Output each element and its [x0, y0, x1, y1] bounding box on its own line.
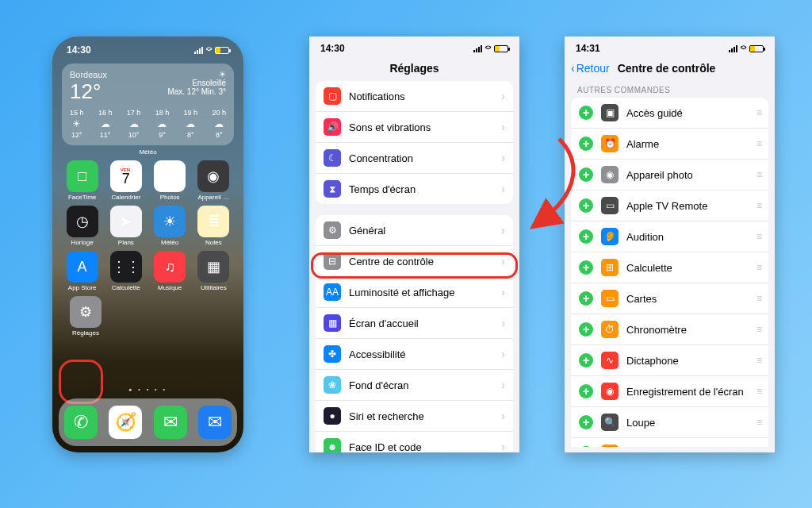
- chevron-right-icon: ›: [501, 410, 505, 422]
- row-label: Dictaphone: [626, 355, 679, 367]
- row-display[interactable]: AA Luminosité et affichage ›: [316, 277, 513, 308]
- app-notes[interactable]: ≣Notes: [197, 206, 229, 246]
- weather-hour: 19 h ☁ 8°: [184, 109, 198, 139]
- row-label: Temps d'écran: [349, 183, 416, 195]
- app-appareil-photo[interactable]: ◉Appareil photo: [197, 160, 229, 201]
- row-magnifier[interactable]: + 🔍 Loupe ≡: [571, 407, 768, 438]
- row-calculator[interactable]: + ⊞ Calculette ≡: [571, 252, 768, 283]
- app-calendrier[interactable]: VEN.7Calendrier: [110, 160, 142, 201]
- add-button[interactable]: +: [579, 322, 593, 337]
- row-accessibility[interactable]: ✤ Accessibilité ›: [316, 339, 513, 370]
- back-button[interactable]: ‹ Retour: [571, 62, 610, 75]
- phone-icon[interactable]: ✆: [64, 406, 98, 439]
- app-photos[interactable]: ✿Photos: [154, 160, 186, 201]
- status-icons: ⌔: [473, 43, 508, 54]
- drag-handle-icon[interactable]: ≡: [756, 200, 760, 211]
- drag-handle-icon[interactable]: ≡: [756, 417, 760, 428]
- add-button[interactable]: +: [579, 291, 593, 306]
- siri-icon: ●: [324, 407, 341, 425]
- row-stopwatch[interactable]: + ⏱ Chronomètre ≡: [571, 314, 768, 345]
- row-screen-record[interactable]: + ◉ Enregistrement de l'écran ≡: [571, 376, 768, 407]
- app-calculette[interactable]: ⋮⋮Calculette: [110, 251, 142, 291]
- add-button[interactable]: +: [579, 167, 593, 182]
- drag-handle-icon[interactable]: ≡: [756, 107, 760, 118]
- chevron-right-icon: ›: [501, 183, 505, 195]
- add-button[interactable]: +: [579, 353, 593, 368]
- row-screentime[interactable]: ⧗ Temps d'écran ›: [316, 174, 513, 204]
- calendar-icon: VEN.7: [110, 160, 142, 192]
- app-horloge[interactable]: ◷Horloge: [67, 206, 98, 246]
- app-label: Notes: [197, 239, 229, 246]
- app-app-store[interactable]: AApp Store: [67, 251, 98, 291]
- app-label: Plans: [110, 239, 142, 246]
- app-r-glages[interactable]: ⚙Réglages: [70, 296, 102, 337]
- app-glyph-icon: ≣: [197, 206, 229, 237]
- app-label: Utilitaires: [197, 284, 229, 291]
- row-focus[interactable]: ☾ Concentration ›: [316, 143, 513, 174]
- app-glyph-icon: ⚙: [70, 296, 102, 328]
- row-label: Accessibilité: [349, 348, 406, 360]
- row-home-screen[interactable]: ▦ Écran d'accueil ›: [316, 308, 513, 339]
- drag-handle-icon[interactable]: ≡: [756, 262, 760, 273]
- chevron-right-icon: ›: [501, 348, 505, 360]
- row-voice-memo[interactable]: + ∿ Dictaphone ≡: [571, 345, 768, 376]
- hearing-icon: 👂: [601, 228, 619, 245]
- row-general[interactable]: ⚙ Général ›: [316, 215, 513, 246]
- weather-hour-icon: ☁: [184, 118, 198, 129]
- row-alarm[interactable]: + ⏰ Alarme ≡: [571, 129, 768, 160]
- messages-icon[interactable]: ✉: [154, 406, 187, 439]
- drag-handle-icon[interactable]: ≡: [756, 169, 760, 180]
- app-glyph-icon: ▦: [197, 251, 229, 283]
- add-button[interactable]: +: [579, 198, 593, 213]
- app-label: Réglages: [70, 329, 102, 337]
- row-timer[interactable]: + ⏲ Minuteur ≡: [571, 438, 768, 447]
- screen-record-icon: ◉: [601, 383, 619, 400]
- weather-widget[interactable]: Bordeaux 12° ☀ Ensoleillé Max. 12° Min. …: [62, 64, 234, 145]
- row-wallet[interactable]: + ▭ Cartes ≡: [571, 283, 768, 314]
- row-label: Loupe: [626, 417, 655, 429]
- alarm-icon: ⏰: [601, 135, 619, 152]
- status-time: 14:30: [67, 44, 91, 56]
- row-hearing[interactable]: + 👂 Audition ≡: [571, 221, 768, 252]
- app-label: Calculette: [110, 284, 142, 291]
- app-glyph-icon: ⋮⋮: [110, 251, 142, 283]
- app-m-t-o[interactable]: ☀Météo: [154, 206, 186, 246]
- add-button[interactable]: +: [579, 229, 593, 244]
- add-button[interactable]: +: [579, 415, 593, 429]
- app-label: Musique: [154, 284, 186, 291]
- row-label: Notifications: [349, 90, 405, 102]
- app-plans[interactable]: ➤Plans: [110, 206, 142, 246]
- row-camera[interactable]: + ◉ Appareil photo ≡: [571, 160, 768, 190]
- battery-icon: [749, 45, 764, 52]
- add-button[interactable]: +: [579, 137, 593, 151]
- drag-handle-icon[interactable]: ≡: [756, 386, 760, 397]
- app-label: Calendrier: [110, 194, 142, 201]
- highlight-settings-app: [59, 360, 103, 404]
- add-button[interactable]: +: [579, 260, 593, 275]
- drag-handle-icon[interactable]: ≡: [756, 355, 760, 366]
- app-utilitaires[interactable]: ▦Utilitaires: [197, 251, 229, 291]
- add-button[interactable]: +: [579, 106, 593, 120]
- mail-icon[interactable]: ✉: [198, 406, 232, 439]
- app-musique[interactable]: ♫Musique: [154, 251, 186, 291]
- weather-hour-icon: ☁: [98, 118, 113, 129]
- row-faceid[interactable]: ☻ Face ID et code ›: [316, 432, 513, 452]
- drag-handle-icon[interactable]: ≡: [756, 293, 760, 304]
- wifi-icon: ⌔: [206, 44, 212, 56]
- add-button[interactable]: +: [579, 446, 593, 447]
- drag-handle-icon[interactable]: ≡: [756, 231, 760, 242]
- safari-icon[interactable]: 🧭: [109, 406, 142, 439]
- add-button[interactable]: +: [579, 384, 593, 398]
- page-dots[interactable]: ● • • • •: [52, 387, 243, 392]
- app-label: Météo: [154, 239, 186, 246]
- row-wallpaper[interactable]: ❀ Fond d'écran ›: [316, 370, 513, 401]
- row-appletv[interactable]: + ▭ Apple TV Remote ≡: [571, 190, 768, 221]
- app-facetime[interactable]: □FaceTime: [67, 160, 98, 201]
- back-label: Retour: [576, 62, 610, 75]
- drag-handle-icon[interactable]: ≡: [756, 138, 760, 149]
- row-guided-access[interactable]: + ▣ Accès guidé ≡: [571, 98, 768, 129]
- drag-handle-icon[interactable]: ≡: [756, 324, 760, 335]
- row-sounds[interactable]: 🔊 Sons et vibrations ›: [316, 112, 513, 143]
- row-notifications[interactable]: ▢ Notifications ›: [316, 81, 513, 112]
- row-siri[interactable]: ● Siri et recherche ›: [316, 401, 513, 432]
